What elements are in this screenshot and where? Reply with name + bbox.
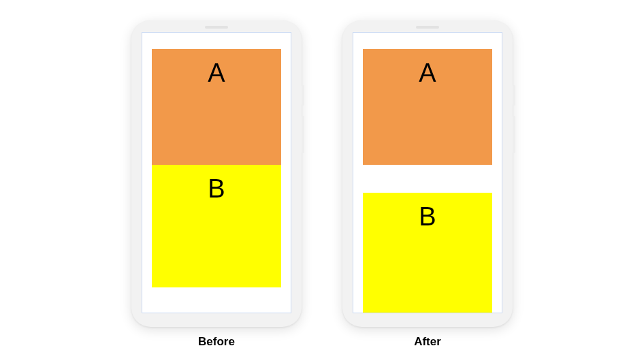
phone-power-button xyxy=(302,85,304,106)
box-b-before: B xyxy=(152,165,281,287)
screen-before: A B xyxy=(142,32,291,313)
box-a-before: A xyxy=(152,49,281,165)
before-column: A B Before xyxy=(131,20,302,349)
phone-speaker xyxy=(205,26,228,29)
caption-before: Before xyxy=(198,335,235,349)
phone-power-button xyxy=(513,85,515,106)
box-a-after: A xyxy=(363,49,492,165)
caption-after: After xyxy=(414,335,441,349)
box-b-label: B xyxy=(419,202,436,231)
after-column: A B After xyxy=(342,20,513,349)
phone-speaker xyxy=(416,26,439,29)
comparison-stage: A B Before A B After xyxy=(131,20,513,349)
box-b-after: B xyxy=(363,193,492,313)
phone-volume-button xyxy=(302,116,304,153)
box-a-label: A xyxy=(208,59,225,87)
phone-before: A B xyxy=(131,20,302,327)
screen-after: A B xyxy=(353,32,502,313)
box-a-label: A xyxy=(419,59,436,87)
phone-after: A B xyxy=(342,20,513,327)
phone-volume-button xyxy=(513,116,515,153)
box-b-label: B xyxy=(208,174,225,203)
